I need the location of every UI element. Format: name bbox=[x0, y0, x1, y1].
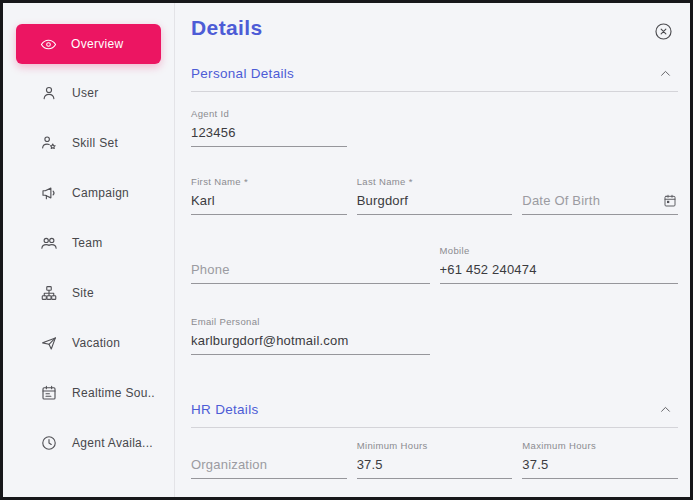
first-name-input[interactable] bbox=[191, 190, 347, 214]
sidebar: Overview User Skill Set Campaign Team bbox=[3, 3, 175, 497]
personal-details-collapse-button[interactable] bbox=[657, 65, 674, 82]
agent-id-row: Agent Id bbox=[191, 108, 678, 147]
phone-input[interactable] bbox=[191, 259, 430, 283]
field-label: Email Personal bbox=[191, 316, 430, 330]
input-underline bbox=[357, 454, 513, 479]
hr-details-collapse-button[interactable] bbox=[657, 401, 674, 418]
sidebar-item-realtime-source[interactable]: Realtime Sou.. bbox=[3, 368, 174, 418]
user-icon bbox=[40, 84, 58, 102]
date-of-birth-input[interactable] bbox=[522, 190, 662, 214]
email-personal-input[interactable] bbox=[191, 330, 430, 354]
phone-field bbox=[191, 245, 430, 284]
field-label: Mobile bbox=[440, 245, 679, 259]
sidebar-item-label: Team bbox=[72, 236, 103, 250]
mobile-input[interactable] bbox=[440, 259, 679, 283]
sidebar-item-label: Realtime Sou.. bbox=[72, 386, 155, 400]
organization-field bbox=[191, 440, 347, 479]
sitemap-icon bbox=[40, 284, 58, 302]
hr-details-section-header: HR Details bbox=[191, 401, 678, 418]
field-label-spacer bbox=[191, 245, 430, 259]
field-label: Maximum Hours bbox=[522, 440, 678, 454]
section-divider bbox=[191, 91, 678, 92]
field-label: Minimum Hours bbox=[357, 440, 513, 454]
sidebar-item-vacation[interactable]: Vacation bbox=[3, 318, 174, 368]
section-divider bbox=[191, 427, 678, 428]
sidebar-item-user[interactable]: User bbox=[3, 68, 174, 118]
section-title: Personal Details bbox=[191, 66, 294, 81]
maximum-hours-input[interactable] bbox=[522, 454, 678, 478]
agent-id-field: Agent Id bbox=[191, 108, 347, 147]
date-of-birth-field bbox=[522, 176, 678, 215]
page-title: Details bbox=[191, 16, 263, 40]
sidebar-item-team[interactable]: Team bbox=[3, 218, 174, 268]
sidebar-item-label: Overview bbox=[71, 37, 123, 51]
close-circle-icon bbox=[653, 21, 674, 42]
calendar-icon[interactable] bbox=[662, 193, 678, 209]
personal-details-section-header: Personal Details bbox=[191, 65, 678, 82]
sidebar-item-label: Campaign bbox=[72, 186, 129, 200]
titlebar: Details bbox=[191, 16, 678, 42]
minimum-hours-field: Minimum Hours bbox=[357, 440, 513, 479]
sidebar-item-label: User bbox=[72, 86, 99, 100]
mobile-field: Mobile bbox=[440, 245, 679, 284]
phone-row: Mobile bbox=[191, 245, 678, 284]
sidebar-item-label: Vacation bbox=[72, 336, 120, 350]
last-name-input[interactable] bbox=[357, 190, 513, 214]
plane-icon bbox=[40, 334, 58, 352]
input-underline bbox=[357, 190, 513, 215]
chevron-up-icon bbox=[657, 65, 674, 82]
clock-icon bbox=[40, 434, 58, 452]
details-panel: Details Personal Details Agent Id bbox=[175, 3, 690, 497]
first-name-field: First Name * bbox=[191, 176, 347, 215]
eye-icon bbox=[40, 36, 57, 53]
input-underline bbox=[191, 190, 347, 215]
agent-id-input[interactable] bbox=[191, 122, 347, 146]
field-label: Agent Id bbox=[191, 108, 347, 122]
maximum-hours-field: Maximum Hours bbox=[522, 440, 678, 479]
sidebar-item-campaign[interactable]: Campaign bbox=[3, 168, 174, 218]
hr-row: Minimum Hours Maximum Hours bbox=[191, 440, 678, 479]
close-button[interactable] bbox=[653, 21, 674, 42]
section-title: HR Details bbox=[191, 402, 259, 417]
megaphone-icon bbox=[40, 184, 58, 202]
field-label: Last Name * bbox=[357, 176, 513, 190]
window: Overview User Skill Set Campaign Team bbox=[0, 0, 693, 500]
input-underline bbox=[440, 259, 679, 284]
sidebar-item-label: Skill Set bbox=[72, 136, 118, 150]
field-label-spacer bbox=[191, 440, 347, 454]
sidebar-item-label: Site bbox=[72, 286, 94, 300]
name-row: First Name * Last Name * bbox=[191, 176, 678, 215]
input-underline bbox=[522, 190, 678, 215]
minimum-hours-input[interactable] bbox=[357, 454, 513, 478]
organization-input[interactable] bbox=[191, 454, 347, 478]
empty-cell bbox=[440, 316, 679, 355]
field-label: First Name * bbox=[191, 176, 347, 190]
calendar-lines-icon bbox=[40, 384, 58, 402]
sidebar-item-overview[interactable]: Overview bbox=[16, 24, 161, 64]
skill-set-icon bbox=[40, 134, 58, 152]
team-icon bbox=[40, 234, 58, 252]
sidebar-item-agent-availability[interactable]: Agent Availa... bbox=[3, 418, 174, 468]
last-name-field: Last Name * bbox=[357, 176, 513, 215]
input-underline bbox=[522, 454, 678, 479]
input-underline bbox=[191, 259, 430, 284]
email-personal-field: Email Personal bbox=[191, 316, 430, 355]
sidebar-item-skill-set[interactable]: Skill Set bbox=[3, 118, 174, 168]
sidebar-item-site[interactable]: Site bbox=[3, 268, 174, 318]
sidebar-item-label: Agent Availa... bbox=[72, 436, 153, 450]
input-underline bbox=[191, 122, 347, 147]
email-row: Email Personal bbox=[191, 316, 678, 355]
field-label-spacer bbox=[522, 176, 678, 190]
chevron-up-icon bbox=[657, 401, 674, 418]
input-underline bbox=[191, 330, 430, 355]
input-underline bbox=[191, 454, 347, 479]
